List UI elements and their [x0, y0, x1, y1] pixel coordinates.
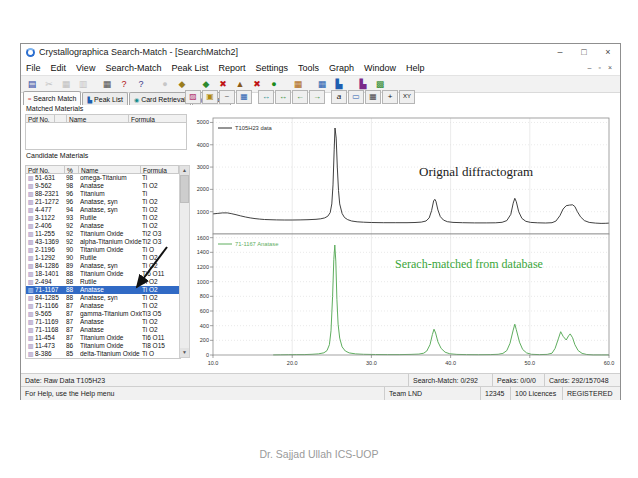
candidate-percent: 96 — [66, 190, 80, 198]
card-table-icon[interactable]: ▦ — [314, 78, 330, 91]
menu-search-match[interactable]: Search-Match — [100, 63, 166, 73]
matched-col-icon[interactable] — [55, 114, 67, 123]
candidate-row[interactable]: ▥71-116887AnataseTi O2 — [26, 326, 180, 334]
menu-graph[interactable]: Graph — [324, 63, 359, 73]
candidate-row[interactable]: ▥2-40692AnataseTi O2 — [26, 222, 180, 230]
pan-left-icon[interactable]: ← — [292, 90, 308, 104]
crosshair-icon[interactable]: + — [382, 90, 398, 104]
candidate-scrollbar[interactable]: ▲ ▼ — [179, 165, 190, 358]
candidate-row[interactable]: ▥21-127296Anatase, synTi O2 — [26, 198, 180, 206]
pan-right-double-icon[interactable]: ↔ — [275, 90, 291, 104]
candidate-col-name[interactable]: Name — [79, 165, 141, 174]
context-help-icon[interactable]: ? — [133, 78, 149, 91]
candidate-formula: Ti O — [142, 350, 180, 358]
graph-remove-icon[interactable]: − — [219, 90, 235, 104]
font-icon[interactable]: a — [331, 90, 347, 104]
candidate-row[interactable]: ▥11-47386Titanium OxideTi8 O15 — [26, 342, 180, 350]
export-icon[interactable]: ▩ — [372, 78, 388, 91]
minimize-button[interactable]: – — [548, 44, 572, 60]
candidate-col-pct[interactable]: % — [65, 165, 79, 174]
matched-col-formula[interactable]: Formula — [129, 114, 187, 123]
scrollbar-thumb[interactable] — [180, 175, 189, 203]
menu-report[interactable]: Report — [213, 63, 250, 73]
mdi-minimize-button[interactable]: – — [588, 64, 592, 71]
mdi-restore-button[interactable]: ▫ — [598, 64, 600, 71]
close-button[interactable]: × — [596, 44, 620, 60]
menu-edit[interactable]: Edit — [46, 63, 72, 73]
graph-overlay-icon[interactable]: ▙ — [355, 78, 371, 91]
candidate-row[interactable]: ▥88-232196TitaniumTi — [26, 190, 180, 198]
candidate-row[interactable]: ▥1-129290RutileTi O2 — [26, 254, 180, 262]
candidate-row[interactable]: ▥71-116687AnataseTi O2 — [26, 302, 180, 310]
menu-window[interactable]: Window — [359, 63, 401, 73]
scroll-up-icon[interactable]: ▲ — [180, 166, 189, 175]
candidate-pdf: 51-631 — [35, 174, 66, 182]
graph-display-icon[interactable]: ▨ — [185, 90, 201, 104]
open-cards-icon[interactable]: ◆ — [198, 78, 214, 91]
candidate-row[interactable]: ▥71-116788AnataseTi O2 — [26, 286, 180, 294]
maximize-button[interactable]: □ — [572, 44, 596, 60]
menu-help[interactable]: Help — [401, 63, 430, 73]
save-icon[interactable]: ▤ — [24, 78, 40, 91]
candidate-pdf: 71-1169 — [35, 318, 66, 326]
candidate-col-formula[interactable]: Formula — [141, 165, 179, 174]
candidate-row[interactable]: ▥18-140188Titanium OxideTi6 O11 — [26, 270, 180, 278]
candidate-name: Anatase, syn — [80, 262, 142, 270]
open-peaklist-icon[interactable]: ◆ — [174, 78, 190, 91]
candidate-row[interactable]: ▥9-56587gamma-Titanium OxideTi3 O5 — [26, 310, 180, 318]
candidate-row[interactable]: ▥9-56298AnataseTi O2 — [26, 182, 180, 190]
cut-icon[interactable]: ✂ — [41, 78, 57, 91]
menu-peak-list[interactable]: Peak List — [166, 63, 213, 73]
candidate-row[interactable]: ▥84-128689Anatase, synTi O2 — [26, 262, 180, 270]
searchmatch-db-icon[interactable]: ▦ — [290, 78, 306, 91]
svg-text:60.0: 60.0 — [604, 360, 615, 366]
pan-left-double-icon[interactable]: ↔ — [258, 90, 274, 104]
copy-icon[interactable]: ▦ — [58, 78, 74, 91]
zoom-area-icon[interactable]: ▦ — [365, 90, 381, 104]
graph-bars-icon[interactable]: ▙ — [331, 78, 347, 91]
pan-right-icon[interactable]: → — [309, 90, 325, 104]
candidate-row[interactable]: ▥3-112293RutileTi O2 — [26, 214, 180, 222]
tab-search-match[interactable]: ≈Search Match — [23, 91, 81, 105]
searchmatch-stop-icon[interactable]: ✖ — [249, 78, 265, 91]
searchmatch-peaks-icon[interactable]: ▲ — [232, 78, 248, 91]
graph-save-icon[interactable]: ▣ — [202, 90, 218, 104]
candidate-name: Rutile — [80, 254, 142, 262]
diffractogram-chart[interactable]: 10002000300040005000T105H23 dataOrignal … — [193, 105, 619, 373]
candidate-row[interactable]: ▥11-25592Titanium OxideTi2 O3 — [26, 230, 180, 238]
candidate-row[interactable]: ▥71-116987AnataseTi O2 — [26, 318, 180, 326]
searchmatch-run-icon[interactable]: ● — [266, 78, 282, 91]
tab-card-retrieval[interactable]: ◉Card Retrieval — [129, 92, 191, 105]
candidate-name: Titanium Oxide — [80, 246, 142, 254]
menu-file[interactable]: File — [21, 63, 46, 73]
tab-peak-list[interactable]: ▙Peak List — [82, 92, 127, 105]
paste-icon[interactable]: ▥ — [75, 78, 91, 91]
candidate-col-pdf[interactable]: Pdf No. — [25, 165, 65, 174]
searchmatch-clear-icon[interactable]: ✖ — [215, 78, 231, 91]
menu-settings[interactable]: Settings — [250, 63, 293, 73]
candidate-row[interactable]: ▥8-38685delta-Titanium OxideTi O — [26, 350, 180, 358]
candidate-row[interactable]: ▥84-128588Anatase, synTi O2 — [26, 294, 180, 302]
candidate-row[interactable]: ▥2-119690Titanium OxideTi O — [26, 246, 180, 254]
refresh-icon[interactable]: ● — [157, 78, 173, 91]
menu-tools[interactable]: Tools — [293, 63, 324, 73]
candidate-row[interactable]: ▥2-49488RutileTi O2 — [26, 278, 180, 286]
zoom-x-icon[interactable]: ▭ — [348, 90, 364, 104]
xy-icon[interactable]: XY — [399, 90, 415, 104]
print-icon[interactable]: ▦ — [99, 78, 115, 91]
menu-view[interactable]: View — [71, 63, 100, 73]
matched-col-name[interactable]: Name — [67, 114, 129, 123]
candidate-row[interactable]: ▥11-45487Titanium OxideTi6 O11 — [26, 334, 180, 342]
mdi-close-button[interactable]: × — [608, 64, 612, 71]
tab-search-match-icon: ≈ — [28, 96, 31, 102]
graph-grid-icon[interactable]: ▦ — [236, 90, 252, 104]
matched-col-pdf[interactable]: Pdf No. — [25, 114, 55, 123]
help-icon[interactable]: ? — [116, 78, 132, 91]
candidate-row[interactable]: ▥43-136992alpha-Titanium OxideTi2 O3 — [26, 238, 180, 246]
candidate-row[interactable]: ▥51-63198omega-TitaniumTi — [26, 174, 180, 182]
matched-materials-list[interactable] — [25, 123, 187, 150]
candidate-pdf: 9-562 — [35, 182, 66, 190]
candidate-row[interactable]: ▥4-47794Anatase, synTi O2 — [26, 206, 180, 214]
scroll-down-icon[interactable]: ▼ — [180, 348, 189, 357]
candidate-pdf: 2-406 — [35, 222, 66, 230]
